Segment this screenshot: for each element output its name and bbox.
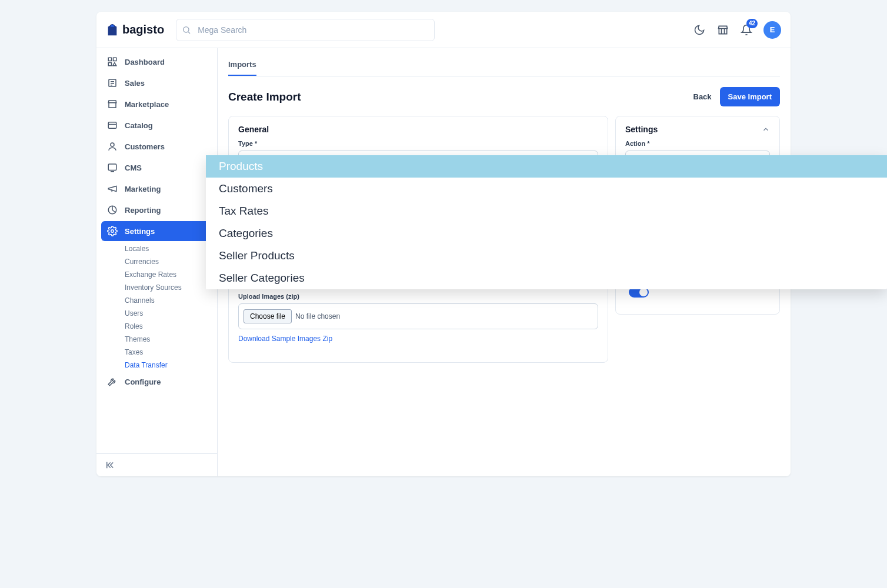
store-icon[interactable]	[716, 24, 729, 36]
wrench-icon	[107, 376, 118, 387]
marketplace-icon	[107, 99, 118, 109]
header-actions: 42 E	[693, 21, 781, 39]
svg-point-0	[184, 26, 189, 32]
dropdown-option[interactable]: Products	[206, 155, 887, 178]
sidebar-item-label: Configure	[125, 377, 161, 386]
app-header: bagisto 42 E	[96, 12, 791, 48]
sidebar-item-marketplace[interactable]: Marketplace	[101, 94, 212, 114]
gear-icon	[107, 226, 118, 236]
chevron-up-icon[interactable]	[762, 125, 770, 133]
search-wrap	[176, 19, 435, 41]
svg-rect-9	[108, 122, 116, 129]
bell-icon[interactable]: 42	[740, 24, 753, 36]
general-card-title: General	[238, 125, 598, 134]
sidebar-sub-themes[interactable]: Themes	[125, 333, 212, 346]
search-icon	[182, 25, 191, 35]
save-import-button[interactable]: Save Import	[720, 87, 780, 106]
sidebar-sub-roles[interactable]: Roles	[125, 320, 212, 333]
sidebar-sub-inventory-sources[interactable]: Inventory Sources	[125, 281, 212, 294]
svg-point-11	[111, 143, 114, 146]
logo[interactable]: bagisto	[106, 22, 164, 38]
type-dropdown-panel[interactable]: ProductsCustomersTax RatesCategoriesSell…	[206, 155, 887, 289]
svg-rect-4	[108, 63, 111, 66]
dropdown-option[interactable]: Categories	[206, 222, 887, 245]
sidebar-sub-users[interactable]: Users	[125, 307, 212, 320]
sidebar: Dashboard Sales Marketplace Catalog Cust…	[96, 48, 218, 476]
back-button[interactable]: Back	[693, 92, 712, 101]
collapse-sidebar-icon[interactable]	[105, 460, 209, 470]
sidebar-sub-channels[interactable]: Channels	[125, 294, 212, 307]
sidebar-item-reporting[interactable]: Reporting	[101, 200, 212, 220]
tab-imports[interactable]: Imports	[228, 56, 256, 76]
sidebar-item-label: CMS	[125, 163, 142, 172]
sidebar-item-label: Sales	[125, 79, 145, 88]
sidebar-item-configure[interactable]: Configure	[101, 372, 212, 392]
sidebar-item-label: Settings	[125, 227, 155, 236]
sidebar-item-catalog[interactable]: Catalog	[101, 115, 212, 135]
svg-rect-2	[108, 58, 111, 61]
sidebar-item-label: Customers	[125, 142, 165, 151]
page-title: Create Import	[228, 91, 301, 103]
svg-point-15	[111, 230, 114, 233]
type-label: Type	[238, 140, 598, 147]
sidebar-item-label: Marketing	[125, 185, 161, 193]
sidebar-sub-locales[interactable]: Locales	[125, 242, 212, 255]
choose-file-button[interactable]: Choose file	[244, 309, 292, 323]
sidebar-item-label: Marketplace	[125, 100, 169, 109]
sidebar-item-label: Reporting	[125, 206, 161, 215]
sales-icon	[107, 78, 118, 88]
notification-badge: 42	[746, 19, 758, 28]
cms-icon	[107, 162, 118, 173]
sidebar-sub-data-transfer[interactable]: Data Transfer	[125, 359, 212, 372]
no-file-text: No file chosen	[295, 312, 340, 320]
logo-icon	[106, 22, 119, 38]
settings-card-title: Settings	[625, 125, 658, 134]
dropdown-option[interactable]: Seller Products	[206, 245, 887, 267]
action-label: Action	[625, 140, 770, 147]
sidebar-item-cms[interactable]: CMS	[101, 158, 212, 178]
sidebar-item-sales[interactable]: Sales	[101, 73, 212, 93]
dropdown-option[interactable]: Seller Categories	[206, 267, 887, 289]
marketing-icon	[107, 183, 118, 194]
sidebar-item-label: Catalog	[125, 121, 153, 130]
search-input[interactable]	[176, 19, 435, 41]
svg-rect-3	[114, 58, 116, 61]
sidebar-sub-taxes[interactable]: Taxes	[125, 346, 212, 359]
dropdown-option[interactable]: Tax Rates	[206, 200, 887, 222]
sidebar-item-label: Dashboard	[125, 58, 165, 66]
dashboard-icon	[107, 56, 118, 67]
sidebar-sub-exchange-rates[interactable]: Exchange Rates	[125, 268, 212, 281]
svg-line-1	[188, 32, 190, 34]
customers-icon	[107, 141, 118, 152]
upload-images-label: Upload Images (zip)	[238, 293, 299, 300]
catalog-icon	[107, 120, 118, 131]
sidebar-item-marketing[interactable]: Marketing	[101, 179, 212, 199]
logo-text: bagisto	[122, 23, 164, 36]
file-input-wrap: Choose file No file chosen	[238, 303, 598, 329]
sidebar-settings-submenu: Locales Currencies Exchange Rates Invent…	[101, 242, 212, 372]
dropdown-option[interactable]: Customers	[206, 178, 887, 200]
sidebar-sub-currencies[interactable]: Currencies	[125, 255, 212, 268]
dark-mode-icon[interactable]	[693, 24, 706, 36]
avatar[interactable]: E	[763, 21, 781, 39]
sidebar-item-settings[interactable]: Settings	[101, 221, 212, 241]
sidebar-item-customers[interactable]: Customers	[101, 136, 212, 156]
tabs-bar: Imports	[228, 56, 780, 76]
svg-rect-12	[108, 164, 116, 171]
reporting-icon	[107, 205, 118, 215]
sidebar-item-dashboard[interactable]: Dashboard	[101, 52, 212, 72]
download-sample-images-link[interactable]: Download Sample Images Zip	[238, 335, 332, 343]
